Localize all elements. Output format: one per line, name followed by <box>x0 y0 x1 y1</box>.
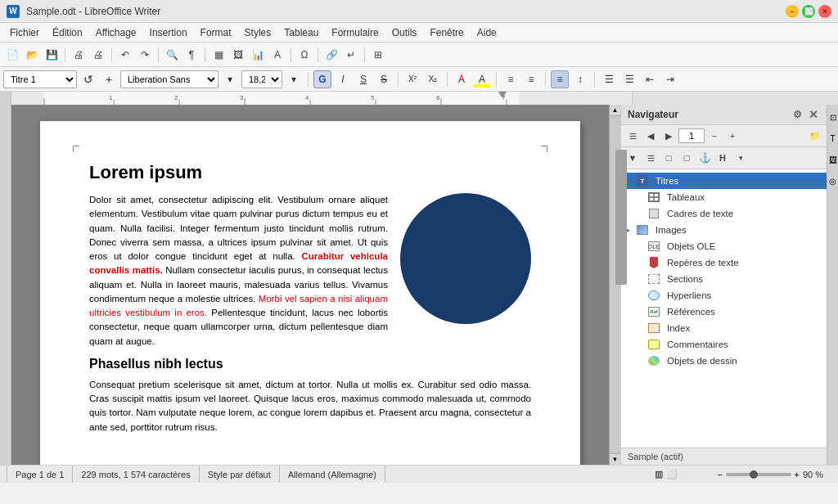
paragraph-style-select[interactable]: Titre 1 <box>3 70 77 88</box>
doc-scrollbar[interactable]: ▲ ▼ <box>609 105 620 465</box>
menu-edition[interactable]: Édition <box>46 25 89 40</box>
highlight-button[interactable]: A <box>473 70 491 88</box>
nav-forward-button[interactable]: ▶ <box>660 128 677 144</box>
print-button[interactable]: 🖨 <box>89 46 107 64</box>
menu-styles[interactable]: Styles <box>238 25 278 40</box>
navigator-settings-icon[interactable]: ⚙ <box>793 109 802 120</box>
right-panel-btn1[interactable]: ⊡ <box>827 108 839 126</box>
textbox-button[interactable]: A <box>268 46 286 64</box>
list-unordered-button[interactable]: ☰ <box>600 70 618 88</box>
nav-heading-button[interactable]: H <box>714 150 731 166</box>
menu-format[interactable]: Format <box>194 25 238 40</box>
scroll-up-button[interactable]: ▲ <box>610 105 621 116</box>
subscript-button[interactable]: X₂ <box>424 70 442 88</box>
nav-item-commentaires[interactable]: Commentaires <box>621 336 827 353</box>
list-ordered-button[interactable]: ☰ <box>620 70 638 88</box>
justify-button[interactable]: ≡ <box>551 70 569 88</box>
open-button[interactable]: 📂 <box>23 46 41 64</box>
new-button[interactable]: 📄 <box>3 46 21 64</box>
image-button[interactable]: 🖼 <box>229 46 247 64</box>
nav-item-tableaux[interactable]: Tableaux <box>621 189 827 205</box>
nav-item-reperes[interactable]: Repères de texte <box>621 254 827 271</box>
view-normal-button[interactable]: ▥ <box>655 469 663 479</box>
italic-button[interactable]: I <box>334 70 352 88</box>
nav-icon-images <box>636 223 649 236</box>
minimize-button[interactable]: − <box>786 5 799 18</box>
size-arrow-button[interactable]: ▾ <box>285 70 303 88</box>
align-center-button[interactable]: ≡ <box>522 70 540 88</box>
menu-tableau[interactable]: Tableau <box>277 25 325 40</box>
nav-filter-button[interactable]: ▼ <box>624 150 641 166</box>
view-web-button[interactable]: ⬜ <box>666 469 678 479</box>
navigator-button[interactable]: ⊞ <box>369 46 387 64</box>
superscript-button[interactable]: X² <box>403 70 421 88</box>
nav-label-index: Index <box>667 323 690 333</box>
right-panel-btn3[interactable]: 🖼 <box>827 151 839 169</box>
indent-decrease-button[interactable]: ⇤ <box>641 70 659 88</box>
strikethrough-button[interactable]: S <box>375 70 393 88</box>
menu-affichage[interactable]: Affichage <box>89 25 143 40</box>
nav-item-index[interactable]: Index <box>621 320 827 336</box>
chart-button[interactable]: 📊 <box>249 46 267 64</box>
left-strip <box>0 105 11 465</box>
nav-open-button[interactable]: 📁 <box>807 128 823 144</box>
special-char-button[interactable]: Ω <box>295 46 313 64</box>
navigator-close-button[interactable]: ✕ <box>807 108 820 121</box>
menu-aide[interactable]: Aide <box>471 25 503 40</box>
footnote-button[interactable]: ↵ <box>342 46 360 64</box>
table-button[interactable]: ▦ <box>210 46 228 64</box>
redo-button[interactable]: ↷ <box>136 46 154 64</box>
menu-outils[interactable]: Outils <box>385 25 424 40</box>
scroll-down-button[interactable]: ▼ <box>610 453 621 465</box>
menu-insertion[interactable]: Insertion <box>143 25 194 40</box>
nav-minus-button[interactable]: − <box>706 128 723 144</box>
font-size-select[interactable]: 18,2 <box>241 70 282 88</box>
indent-increase-button[interactable]: ⇥ <box>661 70 679 88</box>
save-button[interactable]: 💾 <box>43 46 61 64</box>
hyperlink-button[interactable]: 🔗 <box>322 46 340 64</box>
nav-item-cadres[interactable]: Cadres de texte <box>621 205 827 222</box>
nav-item-images[interactable]: ▶ Images <box>621 222 827 238</box>
font-color-button[interactable]: A <box>453 70 471 88</box>
print-preview-button[interactable]: 🖨 <box>70 46 88 64</box>
nav-item-references[interactable]: Ref Références <box>621 304 827 320</box>
document-area[interactable]: Lorem ipsum Dolor sit amet, consectetur … <box>11 105 609 465</box>
nav-anchor-button[interactable]: ⚓ <box>696 150 713 166</box>
right-panel-btn4[interactable]: ◎ <box>827 172 839 190</box>
zoom-out-button[interactable]: − <box>717 470 722 479</box>
nav-plus-button[interactable]: + <box>724 128 741 144</box>
nav-item-sections[interactable]: Sections <box>621 271 827 287</box>
nav-list-button[interactable]: ☰ <box>642 150 659 166</box>
align-left-button[interactable]: ≡ <box>502 70 520 88</box>
nav-back-button[interactable]: ◀ <box>642 128 659 144</box>
maximize-button[interactable]: ⬜ <box>802 5 815 18</box>
nav-item-objets-dessin[interactable]: Objets de dessin <box>621 353 827 369</box>
zoom-slider[interactable] <box>726 473 791 476</box>
line-spacing-button[interactable]: ↕ <box>571 70 589 88</box>
underline-button[interactable]: S <box>354 70 372 88</box>
navigator-tree: ▶ T Titres Tableaux Cadres de texte <box>621 169 827 448</box>
nav-item-hyperliens[interactable]: Hyperliens <box>621 287 827 304</box>
new-style-button[interactable]: + <box>100 70 118 88</box>
menu-formulaire[interactable]: Formulaire <box>325 25 385 40</box>
find-button[interactable]: 🔍 <box>163 46 181 64</box>
navigator-panel: Navigateur ⚙ ✕ ☰ ◀ ▶ − + 📁 ▼ ☰ □ □ ⚓ H ▾ <box>620 105 827 465</box>
style-update-button[interactable]: ↺ <box>79 70 97 88</box>
nav-toggle-button[interactable]: ☰ <box>624 128 641 144</box>
nav-grid2-button[interactable]: □ <box>678 150 695 166</box>
nav-item-titres[interactable]: ▶ T Titres <box>621 173 827 189</box>
close-button[interactable]: ✕ <box>818 5 831 18</box>
menu-fenetre[interactable]: Fenêtre <box>423 25 470 40</box>
bold-button[interactable]: G <box>313 70 331 88</box>
nav-item-objets-ole[interactable]: OLE Objets OLE <box>621 238 827 254</box>
nav-page-input[interactable] <box>678 128 705 143</box>
font-arrow-button[interactable]: ▾ <box>221 70 239 88</box>
nav-grid1-button[interactable]: □ <box>660 150 677 166</box>
zoom-in-button[interactable]: + <box>795 470 800 479</box>
pilcrow-button[interactable]: ¶ <box>182 46 200 64</box>
font-name-select[interactable]: Liberation Sans <box>120 70 219 88</box>
nav-heading-dropdown[interactable]: ▾ <box>732 150 749 166</box>
menu-fichier[interactable]: Fichier <box>3 25 46 40</box>
undo-button[interactable]: ↶ <box>116 46 134 64</box>
right-panel-btn2[interactable]: T <box>827 129 839 147</box>
